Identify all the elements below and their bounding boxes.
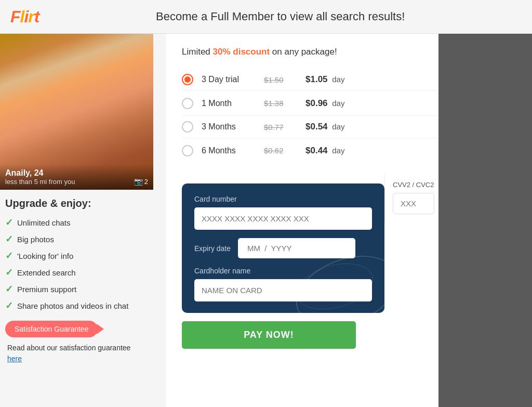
plan-name-3months: 3 Months [202, 122, 259, 132]
discount-percentage: 30% discount [213, 47, 270, 57]
cardholder-input[interactable] [194, 279, 372, 301]
guarantee-text: Read about our satisfaction guarantee he… [5, 343, 161, 364]
page-title: Become a Full Member to view all search … [39, 10, 522, 23]
main-content: Anaily, 24 less than 5 mi from you 📷 2 U… [0, 34, 532, 407]
check-icon: ✓ [5, 267, 13, 278]
old-price-3day: $1.50 [264, 75, 295, 84]
expiry-input[interactable] [238, 238, 355, 258]
list-item: ✓ Big photos [5, 233, 161, 245]
list-item: ✓ 'Looking for' info [5, 250, 161, 261]
expiry-row: Expiry date [194, 238, 372, 258]
header: Flirt Become a Full Member to view all s… [0, 0, 532, 34]
old-price-6months: $0.62 [264, 146, 295, 155]
new-price-3months: $0.54 day [305, 122, 344, 132]
list-item: ✓ Extended search [5, 267, 161, 278]
new-price-3day: $1.05 day [305, 74, 344, 85]
check-icon: ✓ [5, 217, 13, 228]
logo: Flirt [10, 7, 39, 27]
satisfaction-guarantee-button[interactable]: Satisfaction Guarantee [5, 321, 98, 337]
list-item: ✓ Unlimited chats [5, 217, 161, 228]
check-icon: ✓ [5, 250, 13, 261]
radio-3day[interactable] [182, 74, 193, 85]
right-panel: Limited 30% discount on any package! 3 D… [166, 34, 532, 407]
profile-image-container: Anaily, 24 less than 5 mi from you 📷 2 [0, 34, 153, 190]
old-price-3months: $0.77 [264, 123, 295, 132]
radio-1month[interactable] [182, 98, 193, 109]
plan-name-6months: 6 Months [202, 146, 259, 155]
list-item: ✓ Share photos and videos in chat [5, 300, 161, 311]
card-number-input[interactable] [194, 207, 372, 230]
left-panel: Anaily, 24 less than 5 mi from you 📷 2 U… [0, 34, 166, 407]
upgrade-section: Upgrade & enjoy: ✓ Unlimited chats ✓ Big… [0, 190, 166, 370]
check-icon: ✓ [5, 233, 13, 245]
profile-distance: less than 5 mi from you [5, 178, 148, 186]
camera-icon: 📷 [134, 177, 143, 186]
old-price-1month: $1.38 [264, 99, 295, 108]
list-item: ✓ Premium support [5, 283, 161, 295]
check-icon: ✓ [5, 300, 13, 311]
radio-3months[interactable] [182, 121, 193, 133]
card-number-label: Card number [194, 195, 372, 203]
check-icon: ✓ [5, 283, 13, 295]
radio-6months[interactable] [182, 145, 193, 156]
profile-overlay: Anaily, 24 less than 5 mi from you [0, 164, 153, 190]
feature-list: ✓ Unlimited chats ✓ Big photos ✓ 'Lookin… [5, 217, 161, 311]
profile-name: Anaily, 24 [5, 168, 148, 178]
new-price-1month: $0.96 day [305, 98, 344, 109]
right-overlay [438, 34, 532, 407]
plan-name-1month: 1 Month [202, 99, 259, 108]
cardholder-label: Cardholder name [194, 267, 372, 275]
guarantee-link[interactable]: here [7, 353, 161, 364]
cvv-input[interactable] [393, 193, 434, 214]
payment-form: Card number Expiry date Cardholder name [182, 183, 384, 313]
photo-count: 📷 2 [134, 177, 148, 186]
pay-now-button[interactable]: PAY NOW! [182, 321, 356, 349]
new-price-6months: $0.44 day [305, 146, 344, 156]
expiry-label: Expiry date [194, 244, 231, 253]
plan-name-3day: 3 Day trial [202, 75, 259, 84]
upgrade-title: Upgrade & enjoy: [5, 198, 161, 209]
